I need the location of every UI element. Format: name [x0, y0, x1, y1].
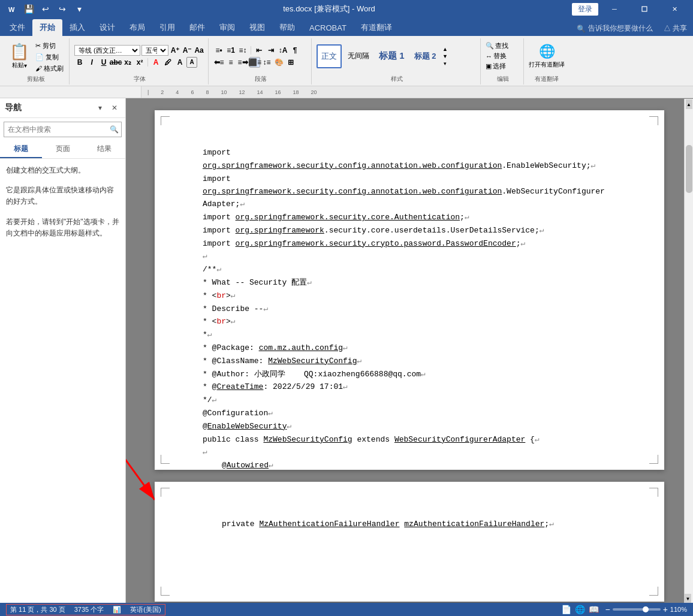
tab-insert[interactable]: 插入	[62, 19, 92, 36]
align-left-btn[interactable]: ⬅≡	[213, 57, 224, 68]
document-area[interactable]: import org.springframework.security.conf…	[126, 98, 693, 615]
align-right-btn[interactable]: ≡➡	[237, 57, 248, 68]
code-line-7: import org.springframework.security.cryp…	[203, 238, 616, 250]
nav-tab-results[interactable]: 结果	[83, 141, 125, 158]
borders-btn[interactable]: ⊞	[285, 57, 296, 68]
code-line-22: public class MzWebSecurityConfig extends…	[203, 434, 616, 446]
tab-review[interactable]: 审阅	[212, 19, 242, 36]
align-center-btn[interactable]: ≡	[225, 57, 236, 68]
nav-search-area: 🔍	[0, 118, 125, 141]
bold-btn[interactable]: B	[74, 57, 85, 68]
increase-font-btn[interactable]: A⁺	[170, 45, 180, 56]
nav-search-input[interactable]	[4, 123, 107, 135]
paste-icon: 📋	[10, 43, 29, 61]
save-quick-btn[interactable]: 💾	[22, 2, 36, 16]
page-info: 第 11 页，共 30 页	[10, 605, 65, 614]
login-button[interactable]: 登录	[572, 3, 598, 16]
tab-acrobat[interactable]: ACROBAT	[302, 19, 354, 36]
find-btn[interactable]: 🔍查找	[486, 41, 508, 50]
justify-btn[interactable]: ⬛≡	[249, 57, 260, 68]
tab-design[interactable]: 设计	[92, 19, 122, 36]
multilevel-btn[interactable]: ≡↕	[237, 45, 248, 56]
style-no-space[interactable]: 无间隔	[344, 44, 373, 68]
tab-youdao[interactable]: 有道翻译	[354, 19, 399, 36]
nav-tab-pages[interactable]: 页面	[42, 141, 84, 158]
bullets-btn[interactable]: ≡•	[213, 45, 224, 56]
tab-file[interactable]: 文件	[2, 19, 32, 36]
shading-btn[interactable]: 🎨	[273, 57, 284, 68]
line-spacing-btn[interactable]: ↕≡	[261, 57, 272, 68]
tab-help[interactable]: 帮助	[272, 19, 302, 36]
share-button[interactable]: △ 共享	[658, 21, 693, 36]
scroll-down-btn[interactable]: ▼	[685, 594, 691, 603]
quick-access-dropdown[interactable]: ▾	[72, 2, 86, 16]
view-read-btn[interactable]: 📖	[589, 605, 599, 614]
paste-button[interactable]: 📋 粘贴▾	[6, 41, 32, 71]
font-controls: 等线 (西文正… 五号 A⁺ A⁻ Aa B I U abc	[74, 45, 204, 68]
scroll-thumb[interactable]	[686, 145, 692, 193]
nav-tab-headings[interactable]: 标题	[0, 141, 42, 158]
italic-btn[interactable]: I	[86, 57, 97, 68]
select-btn[interactable]: ▣选择	[486, 62, 508, 71]
vertical-scrollbar[interactable]: ▲ ▼	[684, 99, 693, 604]
font-size-select[interactable]: 五号	[141, 45, 168, 56]
font-color-btn[interactable]: A	[150, 57, 161, 68]
strikethrough-btn[interactable]: abc	[110, 57, 121, 68]
close-button[interactable]: ✕	[661, 0, 688, 18]
main-area: 导航 ▾ ✕ 🔍 标题 页面 结果 创建文档的交互式大纲。 它是跟踪具体位置或快…	[0, 98, 693, 615]
zoom-out-btn[interactable]: −	[605, 605, 610, 614]
format-painter-button[interactable]: 🖌 格式刷	[34, 64, 65, 74]
numbering-btn[interactable]: ≡1	[225, 45, 236, 56]
page2-corner-br	[649, 587, 658, 596]
view-print-btn[interactable]: 📄	[561, 605, 571, 614]
highlight-btn[interactable]: 🖊	[162, 57, 173, 68]
scroll-up-btn[interactable]: ▲	[686, 99, 692, 109]
increase-indent-btn[interactable]: ⇥	[266, 45, 276, 56]
style-h1[interactable]: 标题 1	[375, 44, 408, 68]
redo-btn[interactable]: ↪	[55, 2, 70, 16]
word-icon: W	[5, 2, 19, 16]
copy-button[interactable]: 📄 复制	[34, 52, 65, 62]
tab-mail[interactable]: 邮件	[182, 19, 212, 36]
code-line-2: org.springframework.security.config.anno…	[203, 160, 616, 173]
nav-close-btn[interactable]: ✕	[109, 102, 120, 114]
superscript-btn[interactable]: x²	[134, 57, 145, 68]
status-left: 第 11 页，共 30 页 3735 个字 📊 英语(美国)	[6, 604, 165, 615]
style-scroll-down[interactable]: ▼	[441, 53, 448, 60]
tab-view[interactable]: 视图	[242, 19, 272, 36]
char-border-btn[interactable]: A	[186, 57, 197, 68]
font-name-select[interactable]: 等线 (西文正…	[74, 45, 140, 56]
tab-references[interactable]: 引用	[152, 19, 182, 36]
open-translate-btn[interactable]: 🌐 打开有道翻译	[529, 44, 565, 69]
underline-btn[interactable]: U	[98, 57, 109, 68]
tab-layout[interactable]: 布局	[122, 19, 152, 36]
decrease-font-btn[interactable]: A⁻	[182, 45, 192, 56]
cut-button[interactable]: ✂ 剪切	[34, 41, 65, 51]
replace-btn[interactable]: ↔替换	[486, 52, 508, 61]
style-normal[interactable]: 正文	[317, 44, 342, 68]
view-web-btn[interactable]: 🌐	[575, 605, 585, 614]
tell-me-input[interactable]: 🔍 告诉我你想要做什么	[572, 21, 658, 36]
minimize-button[interactable]: ─	[601, 0, 628, 18]
maximize-button[interactable]	[631, 0, 658, 18]
decrease-indent-btn[interactable]: ⇤	[254, 45, 264, 56]
nav-menu-btn[interactable]: ▾	[94, 102, 106, 114]
code-line-12: * Describe --↵	[203, 303, 616, 316]
nav-controls: ▾ ✕	[94, 102, 120, 114]
font-group: 等线 (西文正… 五号 A⁺ A⁻ Aa B I U abc	[71, 38, 209, 84]
ruler-area: |2468101214161820	[0, 86, 693, 98]
style-h2[interactable]: 标题 2	[411, 44, 440, 68]
style-more[interactable]: ▾	[441, 60, 448, 67]
undo-btn[interactable]: ↩	[38, 2, 53, 16]
style-scroll-up[interactable]: ▲	[441, 46, 448, 53]
font-case-btn[interactable]: Aa	[194, 45, 204, 56]
show-marks-btn[interactable]: ¶	[290, 45, 300, 56]
subscript-btn[interactable]: x₂	[122, 57, 133, 68]
zoom-slider[interactable]	[613, 608, 661, 611]
nav-search-icon[interactable]: 🔍	[107, 122, 121, 137]
tab-home[interactable]: 开始	[32, 19, 62, 36]
zoom-in-btn[interactable]: +	[663, 605, 668, 614]
char-shade-btn[interactable]: A	[174, 57, 185, 68]
sort-btn[interactable]: ↕A	[278, 45, 288, 56]
code-line-6: import org.springframework.security.core…	[203, 225, 616, 237]
